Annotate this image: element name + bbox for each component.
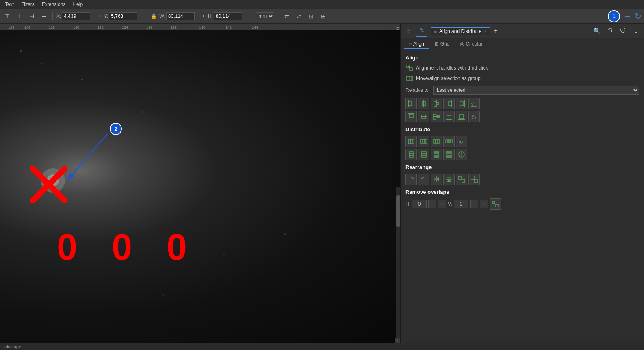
scrollbar-thumb[interactable] (396, 195, 400, 227)
layers-icon[interactable]: ≡ (403, 25, 414, 37)
menu-text[interactable]: Text (2, 1, 17, 8)
overlap-h-minus-btn[interactable]: − (428, 200, 436, 208)
remove-overlap-rearrange-btn[interactable] (468, 174, 480, 185)
dist-spacing-v-btn[interactable] (443, 149, 455, 160)
x-minus[interactable]: − (91, 13, 96, 19)
ruler-end: ⊡ (396, 27, 400, 30)
transform1-icon[interactable]: ⇄ (282, 11, 292, 21)
menu-extensions[interactable]: Extensions (39, 1, 69, 8)
x-label: X: (56, 13, 61, 19)
dist-right-v-btn[interactable] (431, 149, 442, 160)
svg-rect-0 (20, 50, 22, 52)
svg-rect-63 (451, 140, 452, 143)
y-minus[interactable]: − (138, 13, 143, 19)
tab-circular[interactable]: ◎ Circular (455, 39, 487, 49)
arrow-right-icon: → (623, 11, 631, 21)
h-input[interactable] (214, 12, 242, 20)
align-top-icon[interactable]: ⊤ (2, 11, 12, 21)
y-input[interactable] (109, 12, 137, 20)
ruler-mark: 144 (252, 26, 258, 30)
align-left-icon[interactable]: ⊣ (27, 11, 37, 21)
align-right-h-btn[interactable] (443, 98, 455, 109)
align-text-baseline-btn[interactable]: ya (468, 111, 480, 122)
dist-last-btn[interactable] (456, 149, 467, 160)
exchange-btn[interactable] (456, 174, 467, 185)
align-right-icon[interactable]: ⊢ (39, 11, 49, 21)
transform2-icon[interactable]: ⤢ (294, 11, 304, 21)
align-bottom-btn[interactable] (456, 111, 467, 122)
align-baseline-btn[interactable]: y (468, 98, 480, 109)
option2-label: Move/align selection as group (416, 76, 481, 81)
sep2 (278, 12, 278, 20)
align-left-edges-btn[interactable] (405, 98, 417, 109)
w-plus[interactable]: + (201, 13, 206, 19)
edit-icon[interactable]: ✎ (416, 25, 427, 37)
search-icon[interactable]: 🔍 (591, 25, 603, 37)
overlap-v-label: V: (448, 201, 452, 207)
h-minus[interactable]: − (243, 13, 248, 19)
align-center-btn[interactable] (431, 98, 442, 109)
align-center-h-btn[interactable] (431, 111, 442, 122)
overlap-v-minus-btn[interactable]: − (470, 200, 478, 208)
relative-select[interactable]: Last selected First selected Biggest obj… (433, 86, 639, 95)
align-middle-h-btn[interactable] (418, 111, 429, 122)
tab-align[interactable]: ≡ Align (404, 39, 429, 49)
history-icon[interactable]: ⏱ (604, 25, 616, 37)
grid-tab-label: Grid (440, 41, 450, 47)
new-tab-icon[interactable]: + (490, 25, 501, 37)
dist-center-h-btn[interactable] (418, 136, 429, 147)
rearrange-section-title: Rearrange (405, 164, 639, 170)
align-center-v-btn[interactable] (418, 98, 429, 109)
y-plus[interactable]: + (144, 13, 149, 19)
lock-icon[interactable]: 🔒 (151, 13, 157, 19)
align-center-h-icon[interactable]: ⊥ (15, 11, 24, 21)
remove-overlaps-section: Remove overlaps H: − + V: − + (405, 189, 639, 210)
rotate-ccw-btn[interactable] (418, 174, 429, 185)
flip-v-btn[interactable] (443, 174, 455, 185)
tab-grid[interactable]: ⊞ Grid (430, 39, 455, 49)
dist-right-h-btn[interactable] (431, 136, 442, 147)
unit-select[interactable]: mmpxcmin (256, 12, 274, 20)
apply-overlaps-btn[interactable] (490, 198, 501, 210)
svg-rect-60 (438, 139, 439, 143)
dist-spacing-h-btn[interactable] (443, 136, 455, 147)
dist-text-h-btn[interactable]: ay (456, 136, 467, 147)
h-plus[interactable]: + (249, 13, 254, 19)
step1-badge: 1 (608, 10, 620, 22)
align-buttons-row2: ya (405, 111, 639, 122)
overlap-v-input[interactable] (454, 200, 468, 208)
x-input[interactable] (62, 12, 90, 20)
scroll-corner-icon: ⋮ (396, 338, 400, 343)
canvas-area[interactable]: 124 126 128 130 132 134 136 138 140 142 … (0, 24, 400, 343)
svg-rect-1 (41, 63, 42, 64)
chevron-down-icon[interactable]: ⌄ (630, 25, 642, 37)
panel-tab-close[interactable]: × (484, 28, 487, 34)
overlap-v-plus-btn[interactable]: + (480, 200, 488, 208)
transform3-icon[interactable]: ⊡ (306, 11, 316, 21)
transform4-icon[interactable]: ⊞ (319, 11, 328, 21)
w-minus[interactable]: − (195, 13, 200, 19)
dist-left-btn[interactable] (405, 136, 417, 147)
x-plus[interactable]: + (97, 13, 102, 19)
w-input[interactable] (166, 12, 195, 20)
svg-rect-59 (436, 139, 438, 143)
scrollbar-vertical[interactable] (396, 187, 400, 343)
rotate-cw-btn[interactable] (405, 174, 417, 185)
menu-filters[interactable]: Filters (18, 1, 38, 8)
overlap-h-plus-btn[interactable]: + (438, 200, 446, 208)
canvas-content[interactable]: 0 0 0 2 ⋮ (0, 30, 400, 343)
dist-top-btn[interactable] (405, 149, 417, 160)
dist-center-v-btn[interactable] (418, 149, 429, 160)
svg-rect-37 (409, 114, 413, 117)
align-tab-icon: ≡ (409, 41, 412, 47)
overlap-h-input[interactable] (412, 200, 427, 208)
svg-rect-46 (460, 115, 464, 119)
menu-help[interactable]: Help (69, 1, 86, 8)
align-top-btn[interactable] (405, 111, 417, 122)
ruler-mark: 126 (24, 26, 30, 30)
align-right-btn[interactable] (456, 98, 467, 109)
overlap-controls-row: H: − + V: − + (405, 198, 639, 210)
shield-icon[interactable]: 🛡 (617, 25, 629, 37)
align-bottom-v-btn[interactable] (443, 111, 455, 122)
flip-h-btn[interactable] (431, 174, 442, 185)
